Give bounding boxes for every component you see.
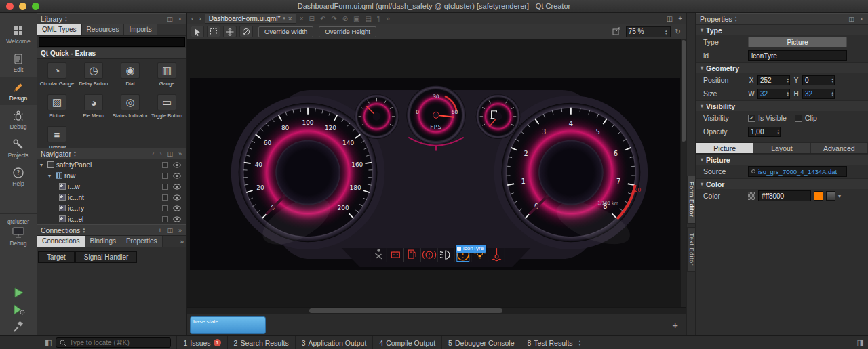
output-pane-issues[interactable]: 1Issues1 bbox=[177, 336, 226, 349]
paragraph-icon[interactable]: ¶ bbox=[375, 15, 382, 22]
tab-resources[interactable]: Resources bbox=[82, 24, 125, 35]
library-item-picture[interactable]: ▨Picture bbox=[39, 92, 75, 124]
move-tool-button[interactable] bbox=[223, 26, 237, 37]
move-up-icon[interactable]: ‹ bbox=[151, 150, 155, 157]
redo-icon[interactable]: ↷ bbox=[329, 15, 338, 22]
opacity-spinbox[interactable]: 1,00▴▾ bbox=[748, 127, 781, 137]
library-section-header[interactable]: Qt Quick - Extras bbox=[37, 48, 186, 59]
chevron-down-icon[interactable]: ▾ bbox=[283, 16, 285, 21]
is-visible-checkbox[interactable]: ✓ bbox=[748, 115, 755, 122]
library-item-delay-button[interactable]: ◷Delay Button bbox=[75, 60, 112, 92]
visibility-eye-icon[interactable] bbox=[173, 216, 182, 222]
size-w-spinbox[interactable]: 32▴▾ bbox=[757, 89, 790, 99]
type-value-button[interactable]: Picture bbox=[748, 37, 847, 47]
library-item-pie-menu[interactable]: ◕Pie Menu bbox=[75, 92, 112, 124]
overflow-icon[interactable]: » bbox=[177, 227, 183, 234]
expand-arrow-icon[interactable]: ▾ bbox=[48, 173, 54, 179]
close-panel-icon[interactable]: × bbox=[177, 16, 183, 22]
close-window-button[interactable] bbox=[6, 3, 14, 10]
binding-dot-icon[interactable] bbox=[751, 169, 755, 173]
split-panel-icon[interactable]: ◫ bbox=[165, 150, 174, 157]
toggle-left-sidebar-icon[interactable]: ◧ bbox=[41, 338, 56, 347]
visibility-eye-icon[interactable] bbox=[173, 162, 182, 168]
override-width-button[interactable]: Override Width bbox=[258, 26, 313, 37]
locator-field[interactable] bbox=[56, 337, 171, 348]
library-item-tumbler[interactable]: ≡Tumbler bbox=[39, 124, 75, 148]
tab-advanced[interactable]: Advanced bbox=[811, 143, 868, 153]
color-swatch[interactable] bbox=[814, 191, 823, 201]
overflow-icon[interactable]: » bbox=[177, 236, 186, 247]
add-connection-icon[interactable]: + bbox=[157, 227, 163, 234]
visibility-eye-icon[interactable] bbox=[173, 173, 182, 179]
type-section-header[interactable]: ▾Type bbox=[696, 24, 868, 35]
tab-layout[interactable]: Layout bbox=[753, 143, 810, 153]
small-gauge-right[interactable] bbox=[476, 94, 521, 139]
gradient-swatch[interactable] bbox=[826, 191, 835, 201]
expand-arrow-icon[interactable]: ▾ bbox=[40, 162, 45, 168]
library-item-circular-gauge[interactable]: ◔Circular Gauge bbox=[39, 60, 75, 92]
design-canvas[interactable]: 020406080100120140160180200 012345678 bbox=[187, 39, 686, 307]
readonly-icon[interactable]: ⊘ bbox=[340, 15, 350, 22]
undo-icon[interactable]: ↶ bbox=[318, 15, 328, 22]
zoom-select[interactable]: 75 % ▴▾ bbox=[626, 26, 671, 37]
go-back-icon[interactable]: ‹ bbox=[189, 15, 195, 22]
panel-combo-icon[interactable]: ▴▾ bbox=[83, 227, 85, 233]
export-canvas-icon[interactable] bbox=[610, 27, 623, 37]
geometry-section-header[interactable]: ▾Geometry bbox=[696, 62, 868, 73]
target-column-header[interactable]: Target bbox=[38, 251, 75, 263]
library-item-dial[interactable]: ◉Dial bbox=[112, 60, 149, 92]
color-checker-icon[interactable] bbox=[748, 192, 755, 200]
build-hammer-button[interactable] bbox=[11, 320, 26, 333]
kit-selector[interactable]: qtcluster Debug bbox=[0, 213, 37, 247]
reset-zoom-icon[interactable]: ↻ bbox=[673, 28, 683, 35]
tab-connections[interactable]: Connections bbox=[37, 236, 85, 247]
mode-welcome[interactable]: Welcome bbox=[0, 20, 37, 48]
chevron-down-icon[interactable]: ▾ bbox=[838, 193, 841, 199]
clip-checkbox[interactable] bbox=[795, 115, 802, 122]
output-pane-compile-output[interactable]: 4Compile Output bbox=[373, 336, 441, 349]
close-tab-icon[interactable]: × bbox=[288, 15, 292, 22]
run-button[interactable] bbox=[11, 286, 26, 300]
picture-section-header[interactable]: ▾Picture bbox=[696, 154, 868, 165]
go-forward-icon[interactable]: › bbox=[197, 15, 203, 22]
zoom-stepper[interactable]: ▴▾ bbox=[665, 29, 668, 35]
mode-design[interactable]: Design bbox=[0, 77, 37, 105]
debug-run-button[interactable] bbox=[11, 303, 26, 316]
paste-icon[interactable]: ▤ bbox=[363, 15, 374, 22]
signal-handler-column-header[interactable]: Signal Handler bbox=[75, 251, 138, 263]
output-pane-test-results[interactable]: 8Test Results bbox=[521, 336, 579, 349]
library-item-status-indicator[interactable]: ◎Status Indicator bbox=[112, 92, 149, 124]
split-panel-icon[interactable]: ◫ bbox=[847, 16, 856, 22]
split-panel-icon[interactable]: ◫ bbox=[165, 227, 174, 234]
visibility-eye-icon[interactable] bbox=[173, 205, 182, 211]
navigator-item-icon4[interactable]: ic...el bbox=[37, 213, 186, 224]
tab-bindings[interactable]: Bindings bbox=[85, 236, 121, 247]
panel-combo-icon[interactable]: ▴▾ bbox=[735, 16, 737, 22]
split-editor-icon[interactable]: ◫ bbox=[665, 15, 675, 22]
navigator-item-icon3[interactable]: ic...ry bbox=[37, 203, 186, 213]
export-checkbox[interactable] bbox=[162, 216, 168, 222]
tab-qml-types[interactable]: QML Types bbox=[37, 24, 82, 35]
id-input[interactable]: iconTyre bbox=[748, 50, 847, 61]
overflow-icon[interactable]: » bbox=[177, 150, 183, 157]
text-editor-tab[interactable]: Text Editor bbox=[687, 227, 696, 272]
marquee-tool-button[interactable] bbox=[207, 26, 220, 37]
color-section-header[interactable]: ▾Color bbox=[696, 178, 868, 189]
color-input[interactable]: #ff8000 bbox=[758, 190, 811, 201]
copy-icon[interactable]: ▣ bbox=[351, 15, 361, 22]
size-h-spinbox[interactable]: 32▴▾ bbox=[802, 89, 835, 99]
locator-input[interactable] bbox=[69, 339, 164, 346]
snap-tool-button[interactable] bbox=[239, 26, 253, 37]
tab-picture[interactable]: Picture bbox=[696, 143, 753, 153]
canvas-horizontal-scrollbar[interactable] bbox=[187, 307, 686, 314]
navigator-item-safetypanel[interactable]: ▾ safetyPanel bbox=[37, 159, 186, 170]
export-checkbox[interactable] bbox=[162, 194, 168, 201]
form-editor-tab[interactable]: Form Editor bbox=[687, 176, 696, 224]
minimize-window-button[interactable] bbox=[19, 3, 26, 10]
mode-debug[interactable]: Debug bbox=[0, 105, 37, 134]
navigator-item-icon2[interactable]: ic...nt bbox=[37, 192, 186, 203]
pin-document-icon[interactable]: ⊟ bbox=[307, 15, 317, 22]
mode-edit[interactable]: Edit bbox=[0, 48, 37, 77]
position-x-spinbox[interactable]: 252▴▾ bbox=[757, 75, 790, 85]
library-filter-input[interactable] bbox=[39, 37, 185, 47]
